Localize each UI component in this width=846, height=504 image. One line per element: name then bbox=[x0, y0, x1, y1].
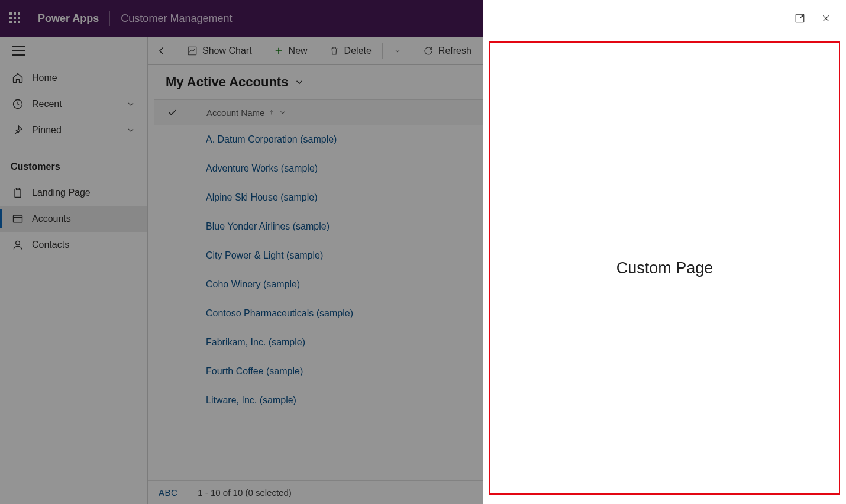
command-show-chart[interactable]: Show Chart bbox=[176, 37, 263, 64]
environment-name[interactable]: Customer Management bbox=[121, 12, 232, 25]
window-icon bbox=[12, 213, 32, 225]
select-all-checkbox[interactable] bbox=[160, 107, 198, 118]
view-name[interactable]: My Active Accounts bbox=[166, 75, 288, 90]
sidebar-item-label: Pinned bbox=[32, 125, 126, 135]
pane-content-title: Custom Page bbox=[616, 259, 713, 277]
command-label: Show Chart bbox=[202, 46, 252, 56]
sidebar-item-accounts[interactable]: Accounts bbox=[0, 206, 147, 232]
chevron-down-icon bbox=[126, 99, 135, 109]
side-pane: Custom Page bbox=[483, 0, 846, 504]
clock-icon bbox=[12, 98, 32, 110]
sidebar-item-label: Landing Page bbox=[32, 188, 135, 198]
sidebar-item-home[interactable]: Home bbox=[0, 65, 147, 91]
command-label: Refresh bbox=[438, 46, 472, 56]
sidebar-item-contacts[interactable]: Contacts bbox=[0, 232, 147, 258]
command-label: New bbox=[289, 46, 308, 56]
abc-filter[interactable]: ABC bbox=[159, 487, 177, 497]
sidebar-item-label: Home bbox=[32, 73, 135, 83]
sidebar-item-label: Accounts bbox=[32, 214, 135, 224]
svg-point-4 bbox=[16, 241, 20, 245]
close-icon[interactable] bbox=[820, 12, 832, 24]
back-button[interactable] bbox=[148, 37, 176, 64]
sidebar-item-label: Contacts bbox=[32, 240, 135, 250]
column-label: Account Name bbox=[206, 108, 264, 118]
clipboard-icon bbox=[12, 187, 32, 199]
command-label: Delete bbox=[344, 46, 372, 56]
sidebar-group-customers: Customers bbox=[0, 154, 147, 180]
chevron-down-icon bbox=[126, 125, 135, 135]
chevron-down-icon[interactable] bbox=[279, 108, 287, 117]
svg-rect-3 bbox=[14, 215, 22, 222]
command-refresh[interactable]: Refresh bbox=[412, 37, 482, 64]
row-range-text: 1 - 10 of 10 (0 selected) bbox=[198, 487, 291, 497]
sidebar-item-recent[interactable]: Recent bbox=[0, 91, 147, 117]
waffle-icon[interactable] bbox=[9, 12, 21, 24]
app-name: Power Apps bbox=[38, 12, 99, 25]
expand-icon[interactable] bbox=[794, 12, 806, 24]
topbar-divider bbox=[109, 11, 110, 26]
command-delete-split[interactable] bbox=[383, 37, 412, 64]
sidebar-item-label: Recent bbox=[32, 99, 126, 109]
sort-asc-icon bbox=[268, 109, 275, 116]
chevron-down-icon[interactable] bbox=[294, 77, 305, 88]
home-icon bbox=[12, 72, 32, 84]
command-delete[interactable]: Delete bbox=[318, 37, 382, 64]
command-new[interactable]: New bbox=[263, 37, 318, 64]
sidebar-item-pinned[interactable]: Pinned bbox=[0, 117, 147, 143]
hamburger-icon[interactable] bbox=[12, 46, 25, 56]
pin-icon bbox=[12, 124, 32, 136]
sidebar-item-landing-page[interactable]: Landing Page bbox=[0, 180, 147, 206]
person-icon bbox=[12, 239, 32, 251]
sidebar: Home Recent Pinned Customers bbox=[0, 37, 148, 504]
